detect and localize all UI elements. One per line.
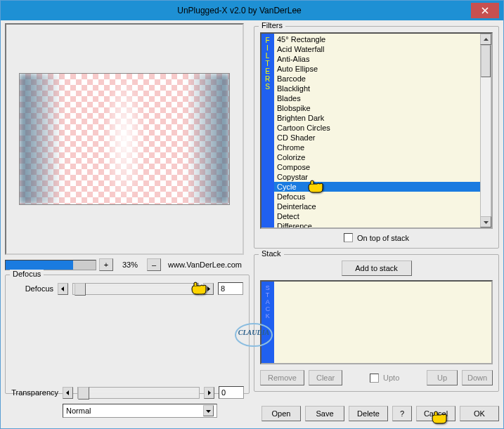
scroll-up-button[interactable]: [480, 34, 491, 45]
pointer-hand-icon: [307, 180, 325, 194]
filters-vertical-label: FILTERS: [261, 34, 274, 227]
transparency-slider[interactable]: [77, 387, 200, 399]
website-link[interactable]: www.VanDerLee.com: [168, 260, 242, 269]
defocus-label: Defocus: [11, 284, 53, 293]
filter-list-item[interactable]: Blades: [274, 93, 480, 103]
upto-checkbox[interactable]: [370, 374, 379, 383]
pointer-hand-icon: [431, 411, 449, 425]
up-button[interactable]: Up: [427, 370, 458, 385]
transparency-value[interactable]: [219, 386, 244, 399]
filter-list-item[interactable]: Detect: [274, 211, 480, 221]
filter-list-item[interactable]: Copystar: [274, 172, 480, 182]
window-title: UnPlugged-X v2.0 by VanDerLee: [8, 6, 471, 15]
transparency-slider-thumb[interactable]: [78, 387, 89, 400]
delete-button[interactable]: Delete: [349, 406, 388, 421]
on-top-label: On top of stack: [357, 234, 409, 242]
scroll-down-button[interactable]: [480, 216, 491, 227]
stack-legend: Stack: [259, 249, 284, 258]
filters-scrollbar[interactable]: [480, 34, 491, 227]
filter-list-item[interactable]: Cycle: [274, 182, 480, 192]
titlebar: UnPlugged-X v2.0 by VanDerLee: [1, 1, 503, 20]
dialog-buttons: Open Save Delete ? Cancel OK: [261, 406, 499, 421]
transparency-left-arrow[interactable]: [63, 387, 73, 399]
filter-list-item[interactable]: Deinterlace: [274, 202, 480, 211]
defocus-left-arrow[interactable]: [58, 283, 68, 295]
transparency-right-arrow[interactable]: [204, 387, 214, 399]
blend-mode-combo[interactable]: Normal: [63, 404, 217, 418]
add-to-stack-button[interactable]: Add to stack: [342, 260, 412, 276]
on-top-checkbox[interactable]: [344, 233, 353, 242]
remove-button[interactable]: Remove: [260, 370, 304, 385]
upto-label: Upto: [383, 374, 399, 382]
filter-list-item[interactable]: Difference: [274, 221, 480, 227]
defocus-slider-thumb[interactable]: [75, 283, 86, 296]
filter-list-item[interactable]: Chrome: [274, 143, 480, 152]
pointer-hand-icon: [190, 282, 209, 296]
param-legend: Defocus: [10, 270, 44, 278]
stack-list[interactable]: STACK: [260, 280, 493, 364]
filter-list-item[interactable]: Blobspike: [274, 103, 480, 113]
watermark-logo: CLAUDIA: [234, 321, 273, 349]
param-fieldset: Defocus Defocus: [5, 275, 250, 394]
preview-frame: [5, 23, 244, 255]
preview-image[interactable]: [19, 73, 230, 205]
filter-list-item[interactable]: Compose: [274, 162, 480, 172]
clear-button[interactable]: Clear: [309, 370, 342, 385]
filter-list-item[interactable]: Colorize: [274, 152, 480, 162]
scrollbar-thumb[interactable]: [481, 45, 491, 77]
defocus-slider[interactable]: [72, 283, 199, 295]
filter-list-item[interactable]: Defocus: [274, 192, 480, 202]
filters-list[interactable]: FILTERS 45° RectangleAcid WaterfallAnti-…: [260, 32, 493, 229]
filter-list-item[interactable]: Acid Waterfall: [274, 44, 480, 54]
filters-legend: Filters: [259, 21, 285, 29]
filter-list-item[interactable]: Blacklight: [274, 84, 480, 93]
filter-list-item[interactable]: Auto Ellipse: [274, 64, 480, 74]
save-button[interactable]: Save: [305, 406, 344, 421]
stack-fieldset: Stack Add to stack STACK Remove Clear Up…: [254, 254, 499, 392]
open-button[interactable]: Open: [261, 406, 301, 421]
zoom-in-button[interactable]: +: [99, 258, 113, 271]
left-panel: + 33% – www.VanDerLee.com Defocus Defocu…: [5, 23, 250, 425]
defocus-value[interactable]: [218, 282, 243, 295]
zoom-percent: 33%: [116, 260, 144, 269]
ok-button[interactable]: OK: [460, 406, 499, 421]
right-panel: Filters FILTERS 45° RectangleAcid Waterf…: [254, 23, 499, 425]
close-button[interactable]: [471, 3, 499, 18]
filter-list-item[interactable]: Barcode: [274, 74, 480, 84]
down-button[interactable]: Down: [462, 370, 493, 385]
help-button[interactable]: ?: [392, 406, 412, 421]
zoom-bar[interactable]: [5, 260, 96, 270]
blend-mode-value: Normal: [66, 407, 91, 415]
filters-fieldset: Filters FILTERS 45° RectangleAcid Waterf…: [254, 26, 499, 249]
zoom-out-button[interactable]: –: [147, 258, 161, 271]
filter-list-item[interactable]: Anti-Alias: [274, 54, 480, 64]
filter-list-item[interactable]: CD Shader: [274, 133, 480, 143]
filter-list-item[interactable]: Cartoon Circles: [274, 123, 480, 133]
filter-list-item[interactable]: Brighten Dark: [274, 113, 480, 123]
filter-list-item[interactable]: 45° Rectangle: [274, 34, 480, 44]
transparency-label: Transparency: [5, 388, 58, 397]
chevron-down-icon: [203, 405, 214, 416]
svg-text:CLAUDIA: CLAUDIA: [238, 329, 270, 336]
